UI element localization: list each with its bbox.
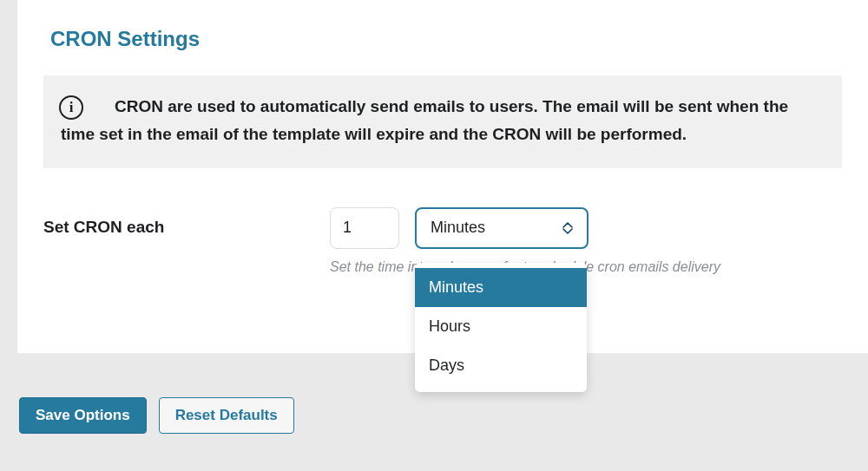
cron-unit-selected-label: Minutes: [431, 219, 485, 237]
cron-unit-select-button[interactable]: Minutes: [415, 207, 589, 249]
cron-unit-select[interactable]: Minutes Minutes Hours Days: [415, 207, 589, 249]
section-title: CRON Settings: [50, 27, 842, 51]
page: CRON Settings i CRON are used to automat…: [0, 0, 868, 471]
save-button[interactable]: Save Options: [19, 397, 147, 434]
dropdown-option-hours[interactable]: Hours: [415, 307, 587, 346]
settings-card: CRON Settings i CRON are used to automat…: [17, 0, 868, 353]
actions-bar: Save Options Reset Defaults: [19, 397, 294, 434]
reset-defaults-button[interactable]: Reset Defaults: [159, 397, 294, 434]
info-message: CRON are used to automatically send emai…: [61, 97, 788, 143]
cron-unit-dropdown: Minutes Hours Days: [415, 263, 587, 392]
cron-interval-input[interactable]: [330, 207, 399, 249]
info-text: CRON are used to automatically send emai…: [61, 93, 823, 149]
dropdown-option-minutes[interactable]: Minutes: [415, 268, 587, 307]
dropdown-option-days[interactable]: Days: [415, 346, 587, 385]
info-box: i CRON are used to automatically send em…: [43, 75, 842, 168]
form-controls: Minutes Minutes Hours Days: [330, 207, 720, 275]
form-label-cron-interval: Set CRON each: [43, 207, 330, 237]
form-row-cron-interval: Set CRON each Minutes Minutes: [43, 207, 842, 275]
select-sort-icon: [562, 222, 573, 234]
